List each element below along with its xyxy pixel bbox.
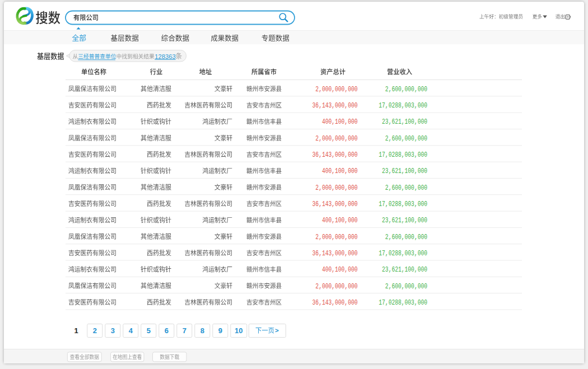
svg-text:2,000,000,000: 2,000,000,000 — [315, 282, 357, 291]
svg-text:400,100,000: 400,100,000 — [322, 118, 358, 127]
svg-text:2: 2 — [93, 326, 97, 335]
svg-text:1: 1 — [74, 326, 78, 335]
svg-text:2,600,000,000: 2,600,000,000 — [385, 183, 427, 192]
svg-text:17,0288,003,000: 17,0288,003,000 — [379, 249, 427, 258]
svg-text:4: 4 — [129, 326, 133, 335]
svg-text:23,621,100,000: 23,621,100,000 — [382, 167, 427, 176]
svg-text:36,143,000,000: 36,143,000,000 — [312, 151, 358, 160]
svg-text:5: 5 — [147, 326, 151, 335]
svg-text:17,0288,003,000: 17,0288,003,000 — [379, 200, 427, 209]
svg-text:23,621,100,000: 23,621,100,000 — [382, 118, 427, 127]
svg-text:36,143,000,000: 36,143,000,000 — [312, 249, 358, 258]
svg-text:8: 8 — [200, 326, 204, 335]
svg-text:2,000,000,000: 2,000,000,000 — [315, 134, 357, 143]
svg-text:23,621,100,000: 23,621,100,000 — [382, 216, 427, 225]
svg-text:400,100,000: 400,100,000 — [322, 265, 358, 274]
svg-text:17,0288,003,000: 17,0288,003,000 — [379, 101, 427, 110]
svg-text:400,100,000: 400,100,000 — [322, 216, 358, 225]
svg-text:17,0288,003,000: 17,0288,003,000 — [379, 151, 427, 160]
svg-text:36,143,000,000: 36,143,000,000 — [312, 298, 358, 307]
svg-text:3: 3 — [111, 326, 115, 335]
svg-text:7: 7 — [183, 326, 186, 335]
svg-text:17,0288,003,000: 17,0288,003,000 — [379, 298, 427, 307]
svg-text:2,000,000,000: 2,000,000,000 — [315, 85, 357, 94]
svg-text:36,143,000,000: 36,143,000,000 — [312, 101, 358, 110]
svg-text:10: 10 — [235, 326, 242, 335]
svg-text:2,600,000,000: 2,600,000,000 — [385, 282, 427, 291]
svg-text:2,600,000,000: 2,600,000,000 — [385, 232, 427, 241]
svg-text:2,000,000,000: 2,000,000,000 — [315, 183, 357, 192]
svg-text:2,600,000,000: 2,600,000,000 — [385, 134, 427, 143]
svg-text:2,000,000,000: 2,000,000,000 — [315, 232, 357, 241]
svg-text:6: 6 — [165, 326, 169, 335]
svg-text:2,600,000,000: 2,600,000,000 — [385, 85, 427, 94]
svg-text:9: 9 — [218, 326, 222, 335]
svg-text:>: > — [275, 327, 279, 334]
svg-text:36,143,000,000: 36,143,000,000 — [312, 200, 358, 209]
svg-text:400,100,000: 400,100,000 — [322, 167, 358, 176]
svg-text:128363: 128363 — [155, 53, 175, 60]
svg-text:23,621,100,000: 23,621,100,000 — [382, 265, 427, 274]
